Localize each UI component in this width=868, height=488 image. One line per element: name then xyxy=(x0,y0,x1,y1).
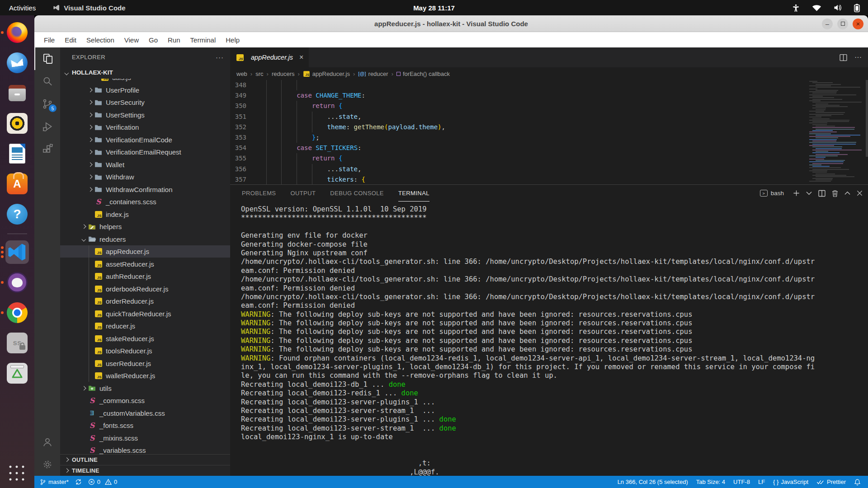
tree-item-verificationemailcode[interactable]: VerificationEmailCode xyxy=(60,133,230,146)
encoding-status[interactable]: UTF-8 xyxy=(733,479,750,485)
account-icon[interactable] xyxy=(34,431,60,453)
tree-item-utils-js[interactable]: JSutils.js xyxy=(60,79,230,84)
explorer-activity-icon[interactable] xyxy=(34,47,60,70)
tree-item--common-scss[interactable]: S_common.scss xyxy=(60,394,230,407)
tree-item--mixins-scss[interactable]: S_mixins.scss xyxy=(60,432,230,444)
dock-ssh-keys[interactable]: ss xyxy=(5,331,29,355)
tree-item-usersettings[interactable]: UserSettings xyxy=(60,108,230,121)
tree-item-userreducer-js[interactable]: JSuserReducer.js xyxy=(60,357,230,370)
menu-terminal[interactable]: Terminal xyxy=(185,36,221,44)
dock-rhythmbox[interactable] xyxy=(5,112,29,135)
code-line-357[interactable]: 357tickers: { xyxy=(230,174,868,184)
battery-icon[interactable] xyxy=(854,4,860,12)
close-panel-icon[interactable] xyxy=(857,190,863,196)
extensions-activity-icon[interactable] xyxy=(34,138,60,160)
code-line-352[interactable]: 352theme: getTheme(payload.theme), xyxy=(230,122,868,132)
window-titlebar[interactable]: appReducer.js - hollaex-kit - Visual Stu… xyxy=(34,15,868,32)
code-line-349[interactable]: 349case CHANGE_THEME: xyxy=(230,90,868,101)
menu-edit[interactable]: Edit xyxy=(60,36,81,44)
cursor-position-status[interactable]: Ln 366, Col 26 (5 selected) xyxy=(618,479,688,485)
tree-item--variables-scss[interactable]: S_variables.scss xyxy=(60,444,230,454)
breadcrumb-src[interactable]: src xyxy=(255,70,263,77)
tree-item-usersecurity[interactable]: UserSecurity xyxy=(60,96,230,109)
panel-tab-terminal[interactable]: TERMINAL xyxy=(398,185,429,202)
problems-status[interactable]: 0 0 xyxy=(88,479,117,485)
dock-github-desktop[interactable] xyxy=(5,271,29,294)
tree-item-assetreducer-js[interactable]: JSassetReducer.js xyxy=(60,258,230,270)
tree-item-quicktradereducer-js[interactable]: JSquickTradeReducer.js xyxy=(60,307,230,320)
code-line-356[interactable]: 356...state, xyxy=(230,164,868,174)
tree-item-verification[interactable]: Verification xyxy=(60,121,230,134)
tab-appreducer[interactable]: JS appReducer.js × xyxy=(230,47,309,67)
tree-item-stakereducer-js[interactable]: JSstakeReducer.js xyxy=(60,332,230,345)
volume-icon[interactable] xyxy=(833,4,842,12)
tree-item--containers-scss[interactable]: S_containers.scss xyxy=(60,196,230,208)
dock-chrome[interactable] xyxy=(5,301,29,324)
search-activity-icon[interactable] xyxy=(34,70,60,93)
dock-vscode-active[interactable] xyxy=(5,240,29,264)
code-line-353[interactable]: 353}; xyxy=(230,132,868,143)
split-terminal-icon[interactable] xyxy=(818,190,826,197)
dock-trash[interactable] xyxy=(5,361,29,385)
breadcrumb-web[interactable]: web xyxy=(236,70,247,77)
tree-item-withdrawconfirmation[interactable]: WithdrawConfirmation xyxy=(60,183,230,196)
panel-tab-output[interactable]: OUTPUT xyxy=(290,185,316,202)
tree-item-appreducer-js[interactable]: JSappReducer.js xyxy=(60,245,230,258)
chevron-down-icon[interactable] xyxy=(806,191,812,195)
split-editor-icon[interactable] xyxy=(840,54,847,61)
tree-item-helpers[interactable]: helpers xyxy=(60,221,230,233)
menu-help[interactable]: Help xyxy=(221,36,245,44)
tree-item-verificationemailrequest[interactable]: VerificationEmailRequest xyxy=(60,146,230,159)
dock-libreoffice-writer[interactable] xyxy=(5,142,29,165)
kill-terminal-trash-icon[interactable] xyxy=(832,190,838,197)
tree-item-orderreducer-js[interactable]: JSorderReducer.js xyxy=(60,295,230,308)
editor-more-actions[interactable]: ··· xyxy=(854,53,862,61)
menu-go[interactable]: Go xyxy=(144,36,163,44)
dock-help[interactable]: ? xyxy=(5,202,29,226)
git-branch-status[interactable]: master* xyxy=(40,479,69,486)
code-line-348[interactable]: 348 xyxy=(230,80,868,90)
dock-thunderbird[interactable] xyxy=(5,51,29,75)
terminal-output[interactable]: OpenSSL version: OpenSSL 1.1.0l 10 Sep 2… xyxy=(230,202,868,476)
close-button[interactable]: × xyxy=(853,19,863,29)
breadcrumbs[interactable]: web›src›reducers›JSappReducer.js›[@]redu… xyxy=(230,67,868,80)
panel-tab-problems[interactable]: PROBLEMS xyxy=(242,185,276,202)
tree-item-withdraw[interactable]: Withdraw xyxy=(60,171,230,183)
minimap[interactable] xyxy=(809,81,864,184)
tree-item-authreducer-js[interactable]: JSauthReducer.js xyxy=(60,270,230,283)
breadcrumb-foreach-callback[interactable]: forEach() callback xyxy=(396,70,450,77)
new-terminal-icon[interactable] xyxy=(793,190,800,197)
settings-gear-icon[interactable] xyxy=(34,453,60,476)
panel-tab-debug-console[interactable]: DEBUG CONSOLE xyxy=(330,185,384,202)
tree-item-userprofile[interactable]: UserProfile xyxy=(60,84,230,96)
breadcrumb-reducers[interactable]: reducers xyxy=(272,70,295,77)
explorer-more-actions[interactable]: ··· xyxy=(216,53,224,61)
terminal-shell-selector[interactable]: > bash xyxy=(760,190,784,197)
wifi-icon[interactable] xyxy=(812,4,821,12)
maximize-panel-icon[interactable] xyxy=(844,191,850,195)
dock-firefox[interactable] xyxy=(5,21,29,44)
breadcrumb-appreducer-js[interactable]: JSappReducer.js xyxy=(303,70,350,77)
menu-view[interactable]: View xyxy=(119,36,144,44)
indentation-status[interactable]: Tab Size: 4 xyxy=(696,479,725,485)
code-editor[interactable]: 348349case CHANGE_THEME:350return {351..… xyxy=(230,80,868,184)
workspace-root-header[interactable]: HOLLAEX-KIT xyxy=(60,67,230,79)
code-line-351[interactable]: 351...state, xyxy=(230,112,868,122)
activities-button[interactable]: Activities xyxy=(9,4,36,12)
tree-item-toolsreducer-js[interactable]: JStoolsReducer.js xyxy=(60,345,230,357)
maximize-button[interactable] xyxy=(837,19,848,29)
menu-file[interactable]: File xyxy=(39,36,60,44)
show-applications-button[interactable] xyxy=(8,465,26,483)
minimize-button[interactable]: – xyxy=(822,19,833,29)
tree-item-orderbookreducer-js[interactable]: JSorderbookReducer.js xyxy=(60,282,230,295)
code-line-355[interactable]: 355return { xyxy=(230,153,868,164)
code-line-354[interactable]: 354case SET_TICKERS: xyxy=(230,143,868,153)
tree-item-reducers[interactable]: reducers xyxy=(60,233,230,245)
eol-status[interactable]: LF xyxy=(758,479,765,485)
tree-item-wallet[interactable]: Wallet xyxy=(60,158,230,171)
run-debug-activity-icon[interactable] xyxy=(34,115,60,138)
dock-ubuntu-software[interactable]: A xyxy=(5,172,29,196)
tree-item--customvariables-css[interactable]: E_customVariables.css xyxy=(60,407,230,419)
code-line-350[interactable]: 350return { xyxy=(230,101,868,111)
breadcrumb-reducer[interactable]: [@]reducer xyxy=(358,70,388,77)
